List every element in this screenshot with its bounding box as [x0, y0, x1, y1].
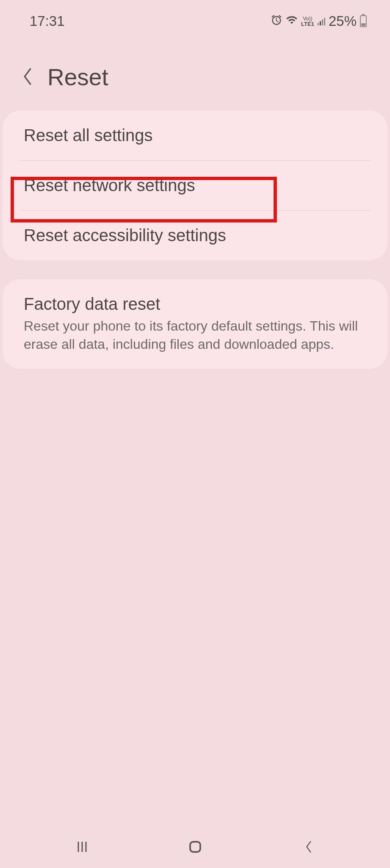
recents-button[interactable] [72, 836, 93, 857]
home-icon [188, 839, 203, 854]
settings-group-1: Reset all settings Reset network setting… [3, 111, 387, 260]
battery-percent: 25% [329, 13, 357, 29]
battery-icon [360, 15, 367, 27]
list-item-description: Reset your phone to its factory default … [24, 317, 366, 353]
status-time: 17:31 [30, 13, 65, 29]
recents-icon [75, 839, 90, 854]
svg-rect-3 [190, 842, 200, 852]
app-header: Reset [0, 34, 390, 106]
reset-all-settings-item[interactable]: Reset all settings [3, 111, 387, 160]
list-item-label: Reset all settings [24, 126, 366, 145]
nav-bar [0, 826, 390, 868]
settings-group-2: Factory data reset Reset your phone to i… [3, 279, 387, 369]
back-button[interactable] [21, 67, 34, 88]
chevron-left-icon [21, 67, 34, 86]
status-bar: 17:31 Vo)) LTE1 25% [0, 0, 390, 34]
chevron-left-icon [302, 839, 314, 854]
factory-data-reset-item[interactable]: Factory data reset Reset your phone to i… [3, 279, 387, 369]
alarm-icon [271, 14, 282, 29]
back-nav-button[interactable] [298, 836, 319, 857]
status-icons: Vo)) LTE1 25% [271, 13, 367, 29]
lte-icon: Vo)) LTE1 [301, 16, 314, 27]
page-title: Reset [47, 64, 108, 91]
signal-icon [318, 17, 325, 25]
list-item-label: Reset accessibility settings [24, 226, 366, 245]
reset-network-settings-item[interactable]: Reset network settings [3, 161, 387, 210]
list-item-label: Reset network settings [24, 176, 366, 195]
wifi-icon [286, 14, 298, 29]
list-item-label: Factory data reset [24, 295, 366, 314]
home-button[interactable] [185, 836, 206, 857]
reset-accessibility-settings-item[interactable]: Reset accessibility settings [3, 211, 387, 260]
